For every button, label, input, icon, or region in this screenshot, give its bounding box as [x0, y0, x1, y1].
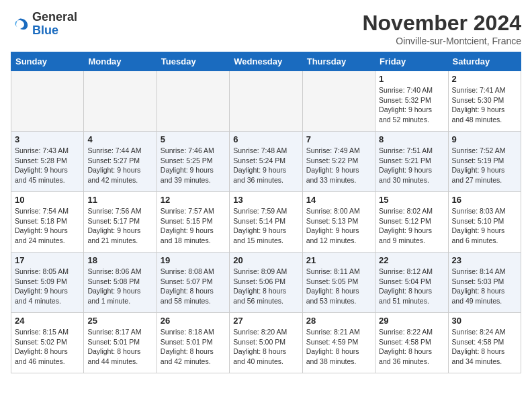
calendar-cell: 3Sunrise: 7:43 AM Sunset: 5:28 PM Daylig…	[11, 132, 84, 192]
title-block: November 2024 Oinville-sur-Montcient, Fr…	[362, 11, 521, 46]
day-number: 16	[452, 195, 517, 205]
calendar-cell: 10Sunrise: 7:54 AM Sunset: 5:18 PM Dayli…	[11, 192, 84, 253]
day-number: 22	[379, 255, 444, 265]
calendar-cell: 11Sunrise: 7:56 AM Sunset: 5:17 PM Dayli…	[84, 192, 157, 253]
day-number: 30	[452, 316, 517, 326]
calendar-cell: 14Sunrise: 8:00 AM Sunset: 5:13 PM Dayli…	[302, 192, 375, 253]
day-number: 1	[379, 74, 444, 84]
calendar-cell	[84, 71, 157, 132]
location-subtitle: Oinville-sur-Montcient, France	[362, 36, 521, 46]
day-number: 29	[379, 316, 444, 326]
day-number: 26	[161, 316, 226, 326]
calendar-week-row: 17Sunrise: 8:05 AM Sunset: 5:09 PM Dayli…	[11, 253, 521, 313]
day-info: Sunrise: 8:08 AM Sunset: 5:07 PM Dayligh…	[161, 267, 226, 306]
day-number: 5	[161, 134, 226, 144]
weekday-header: Thursday	[302, 52, 375, 71]
day-info: Sunrise: 7:59 AM Sunset: 5:14 PM Dayligh…	[233, 206, 298, 246]
day-info: Sunrise: 7:52 AM Sunset: 5:19 PM Dayligh…	[452, 146, 517, 185]
calendar-cell: 29Sunrise: 8:22 AM Sunset: 4:58 PM Dayli…	[375, 313, 448, 373]
day-info: Sunrise: 7:46 AM Sunset: 5:25 PM Dayligh…	[161, 146, 226, 185]
calendar-cell	[157, 71, 229, 132]
calendar-cell: 5Sunrise: 7:46 AM Sunset: 5:25 PM Daylig…	[157, 132, 229, 192]
day-number: 20	[233, 255, 298, 265]
day-number: 8	[379, 134, 444, 144]
page-header: General Blue November 2024 Oinville-sur-…	[11, 11, 521, 46]
calendar-cell: 24Sunrise: 8:15 AM Sunset: 5:02 PM Dayli…	[11, 313, 84, 373]
day-number: 28	[306, 316, 371, 326]
day-number: 2	[452, 74, 517, 84]
calendar-week-row: 1Sunrise: 7:40 AM Sunset: 5:32 PM Daylig…	[11, 71, 521, 132]
weekday-header: Wednesday	[230, 52, 302, 71]
day-info: Sunrise: 8:18 AM Sunset: 5:01 PM Dayligh…	[161, 327, 226, 367]
calendar-week-row: 24Sunrise: 8:15 AM Sunset: 5:02 PM Dayli…	[11, 313, 521, 373]
calendar-cell: 8Sunrise: 7:51 AM Sunset: 5:21 PM Daylig…	[375, 132, 448, 192]
day-number: 14	[306, 195, 371, 205]
calendar-cell: 13Sunrise: 7:59 AM Sunset: 5:14 PM Dayli…	[230, 192, 302, 253]
calendar-cell: 22Sunrise: 8:12 AM Sunset: 5:04 PM Dayli…	[375, 253, 448, 313]
day-info: Sunrise: 8:11 AM Sunset: 5:05 PM Dayligh…	[306, 267, 371, 306]
calendar-cell: 25Sunrise: 8:17 AM Sunset: 5:01 PM Dayli…	[84, 313, 157, 373]
calendar-cell: 6Sunrise: 7:48 AM Sunset: 5:24 PM Daylig…	[230, 132, 302, 192]
day-info: Sunrise: 7:48 AM Sunset: 5:24 PM Dayligh…	[233, 146, 298, 185]
day-info: Sunrise: 8:02 AM Sunset: 5:12 PM Dayligh…	[379, 206, 444, 246]
day-info: Sunrise: 7:56 AM Sunset: 5:17 PM Dayligh…	[87, 206, 152, 246]
day-number: 7	[306, 134, 371, 144]
day-info: Sunrise: 7:43 AM Sunset: 5:28 PM Dayligh…	[15, 146, 80, 185]
calendar-cell: 21Sunrise: 8:11 AM Sunset: 5:05 PM Dayli…	[302, 253, 375, 313]
day-number: 6	[233, 134, 298, 144]
day-info: Sunrise: 8:20 AM Sunset: 5:00 PM Dayligh…	[233, 327, 298, 367]
day-number: 24	[15, 316, 80, 326]
day-number: 27	[233, 316, 298, 326]
day-info: Sunrise: 8:14 AM Sunset: 5:03 PM Dayligh…	[452, 267, 517, 306]
day-info: Sunrise: 8:00 AM Sunset: 5:13 PM Dayligh…	[306, 206, 371, 246]
day-info: Sunrise: 8:06 AM Sunset: 5:08 PM Dayligh…	[87, 267, 152, 306]
calendar-week-row: 10Sunrise: 7:54 AM Sunset: 5:18 PM Dayli…	[11, 192, 521, 253]
day-number: 9	[452, 134, 517, 144]
calendar-cell: 12Sunrise: 7:57 AM Sunset: 5:15 PM Dayli…	[157, 192, 229, 253]
calendar-cell: 30Sunrise: 8:24 AM Sunset: 4:58 PM Dayli…	[448, 313, 521, 373]
day-number: 3	[15, 134, 80, 144]
calendar-cell: 7Sunrise: 7:49 AM Sunset: 5:22 PM Daylig…	[302, 132, 375, 192]
calendar-week-row: 3Sunrise: 7:43 AM Sunset: 5:28 PM Daylig…	[11, 132, 521, 192]
calendar-cell	[230, 71, 302, 132]
weekday-header: Tuesday	[157, 52, 229, 71]
weekday-header-row: SundayMondayTuesdayWednesdayThursdayFrid…	[11, 52, 521, 71]
day-info: Sunrise: 8:03 AM Sunset: 5:10 PM Dayligh…	[452, 206, 517, 246]
weekday-header: Monday	[84, 52, 157, 71]
day-info: Sunrise: 8:09 AM Sunset: 5:06 PM Dayligh…	[233, 267, 298, 306]
logo-text: General Blue	[32, 11, 77, 38]
day-info: Sunrise: 7:49 AM Sunset: 5:22 PM Dayligh…	[306, 146, 371, 185]
day-number: 25	[87, 316, 152, 326]
logo-icon	[11, 15, 30, 34]
day-number: 15	[379, 195, 444, 205]
day-info: Sunrise: 7:41 AM Sunset: 5:30 PM Dayligh…	[452, 85, 517, 125]
calendar-cell: 18Sunrise: 8:06 AM Sunset: 5:08 PM Dayli…	[84, 253, 157, 313]
day-info: Sunrise: 8:15 AM Sunset: 5:02 PM Dayligh…	[15, 327, 80, 367]
calendar-cell: 9Sunrise: 7:52 AM Sunset: 5:19 PM Daylig…	[448, 132, 521, 192]
calendar-cell: 27Sunrise: 8:20 AM Sunset: 5:00 PM Dayli…	[230, 313, 302, 373]
day-info: Sunrise: 8:17 AM Sunset: 5:01 PM Dayligh…	[87, 327, 152, 367]
month-title: November 2024	[362, 11, 521, 36]
day-number: 23	[452, 255, 517, 265]
calendar-cell	[11, 71, 84, 132]
day-number: 4	[87, 134, 152, 144]
day-number: 13	[233, 195, 298, 205]
day-info: Sunrise: 7:57 AM Sunset: 5:15 PM Dayligh…	[161, 206, 226, 246]
day-number: 17	[15, 255, 80, 265]
calendar-cell: 28Sunrise: 8:21 AM Sunset: 4:59 PM Dayli…	[302, 313, 375, 373]
day-info: Sunrise: 7:44 AM Sunset: 5:27 PM Dayligh…	[87, 146, 152, 185]
day-info: Sunrise: 8:05 AM Sunset: 5:09 PM Dayligh…	[15, 267, 80, 306]
calendar-cell: 1Sunrise: 7:40 AM Sunset: 5:32 PM Daylig…	[375, 71, 448, 132]
day-number: 11	[87, 195, 152, 205]
weekday-header: Sunday	[11, 52, 84, 71]
calendar-cell: 19Sunrise: 8:08 AM Sunset: 5:07 PM Dayli…	[157, 253, 229, 313]
weekday-header: Friday	[375, 52, 448, 71]
day-number: 18	[87, 255, 152, 265]
calendar-cell	[302, 71, 375, 132]
calendar-cell: 4Sunrise: 7:44 AM Sunset: 5:27 PM Daylig…	[84, 132, 157, 192]
day-info: Sunrise: 8:12 AM Sunset: 5:04 PM Dayligh…	[379, 267, 444, 306]
day-number: 21	[306, 255, 371, 265]
day-number: 10	[15, 195, 80, 205]
day-number: 19	[161, 255, 226, 265]
day-info: Sunrise: 8:21 AM Sunset: 4:59 PM Dayligh…	[306, 327, 371, 367]
